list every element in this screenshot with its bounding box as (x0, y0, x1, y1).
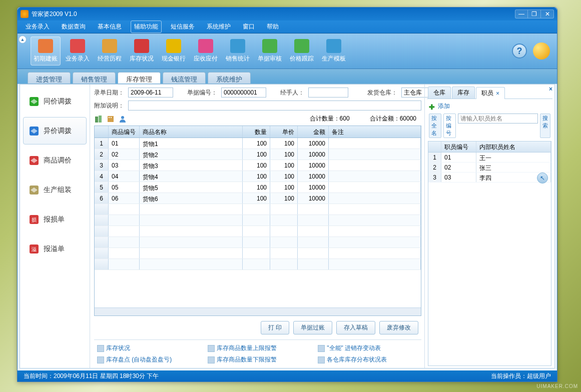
nav-商品调价[interactable]: 商品调价 (23, 146, 87, 174)
menu-系统维护[interactable]: 系统维护 (204, 21, 234, 32)
emp-row[interactable]: 202张三 (428, 162, 551, 172)
person-icon[interactable] (118, 114, 127, 124)
table-row-empty[interactable] (95, 248, 421, 259)
watermark: UIMAKER.COM (536, 384, 578, 389)
scroll-up-icon[interactable]: ↖ (537, 172, 548, 184)
emp-grid-header[interactable] (428, 142, 441, 152)
building1-icon[interactable] (94, 114, 103, 124)
filter-all-button[interactable]: 按全名 (429, 114, 441, 138)
docno-input[interactable] (221, 88, 266, 98)
svg-point-13 (121, 116, 124, 119)
product-grid[interactable]: 商品编号商品名称数量单价金额备注 101货物110010010000202货物2… (94, 126, 421, 316)
toolbtn-经营历程[interactable]: 经营历程 (95, 36, 125, 66)
help-icon[interactable]: ? (512, 44, 527, 58)
tab-close-icon[interactable]: × (496, 90, 499, 97)
side-tab-库存[interactable]: 库存 (452, 86, 475, 98)
quick-link[interactable]: 库存商品数量下限报警 (208, 356, 308, 364)
close-button[interactable]: ✕ (541, 10, 554, 18)
toolbtn-单据审核[interactable]: 单据审核 (255, 36, 285, 66)
panel-close-icon[interactable]: × (549, 86, 552, 92)
add-label[interactable]: 添加 (438, 102, 450, 110)
tab-库存管理[interactable]: 库存管理 (118, 72, 161, 84)
employee-search-input[interactable] (458, 114, 538, 124)
nav-同价调拨[interactable]: 同价调拨 (23, 88, 87, 115)
post-button[interactable]: 单据过账 (293, 321, 332, 334)
add-icon[interactable]: ✚ (429, 103, 436, 110)
discard-button[interactable]: 废弃修改 (379, 321, 418, 334)
menu-数据查询[interactable]: 数据查询 (59, 21, 89, 32)
nav-报损单[interactable]: 损报损单 (23, 206, 87, 233)
table-row-empty[interactable] (95, 259, 421, 270)
filter-code-button[interactable]: 按编号 (443, 114, 456, 138)
table-row[interactable]: 404货物410010010000 (95, 171, 421, 182)
toolbtn-价格跟踪[interactable]: 价格跟踪 (287, 36, 317, 66)
nav-报溢单[interactable]: 溢报溢单 (23, 235, 87, 262)
quick-link[interactable]: 各仓库库存分布状况表 (318, 356, 418, 364)
link-icon (208, 356, 215, 364)
table-row[interactable]: 101货物110010010000 (95, 138, 421, 149)
maximize-button[interactable]: ❐ (528, 10, 541, 18)
emp-grid-header[interactable]: 职员编号 (441, 142, 476, 152)
grid-header[interactable]: 商品名称 (140, 126, 243, 138)
collapse-toggle[interactable]: ▲ (18, 34, 28, 68)
emp-row[interactable]: 101王一 (428, 152, 551, 162)
menu-辅助功能[interactable]: 辅助功能 (131, 20, 162, 33)
side-tab-仓库[interactable]: 仓库 (428, 86, 451, 98)
grid-header[interactable]: 数量 (243, 126, 270, 138)
table-row[interactable]: 303货物310010010000 (95, 160, 421, 171)
menu-短信服务[interactable]: 短信服务 (168, 21, 198, 32)
minimize-button[interactable]: — (515, 10, 528, 18)
svg-text:溢: 溢 (32, 246, 37, 252)
quick-link[interactable]: "全能" 进销存变动表 (318, 344, 418, 352)
note-input[interactable] (128, 100, 421, 110)
tab-销售管理[interactable]: 销售管理 (73, 72, 116, 84)
table-row-empty[interactable] (95, 215, 421, 226)
toolbtn-库存状况[interactable]: 库存状况 (127, 36, 157, 66)
date-input[interactable] (128, 88, 173, 98)
grid-hscroll[interactable] (95, 308, 421, 316)
table-row[interactable]: 505货物510010010000 (95, 182, 421, 193)
grid-header[interactable]: 商品编号 (109, 126, 140, 138)
menu-业务录入[interactable]: 业务录入 (23, 21, 53, 32)
quick-link[interactable]: 库存状况 (97, 344, 198, 352)
titlebar[interactable]: 管家婆2009 V1.0 — ❐ ✕ (18, 8, 557, 20)
toolbtn-初期建账[interactable]: 初期建账 (31, 36, 61, 66)
menu-帮助[interactable]: 帮助 (264, 21, 282, 32)
table-row[interactable]: 606货物610010010000 (95, 193, 421, 204)
tab-系统维护[interactable]: 系统维护 (208, 72, 251, 84)
right-panel: × 仓库库存职员× ✚ 添加 按全名 按编号 搜索 职员编号内部职员姓名 101… (424, 84, 554, 368)
nav-异价调拨[interactable]: 异价调拨 (23, 117, 87, 144)
app-window: 管家婆2009 V1.0 — ❐ ✕ 业务录入数据查询基本信息辅助功能短信服务系… (17, 7, 557, 382)
nav-生产组装[interactable]: 生产组装 (23, 176, 87, 204)
handler-input[interactable] (308, 88, 348, 98)
orb-icon[interactable] (533, 42, 550, 60)
grid-header[interactable]: 备注 (329, 126, 421, 138)
quick-link[interactable]: 库存盘点 (自动盘盈盘亏) (97, 356, 198, 364)
side-tab-职员[interactable]: 职员× (476, 87, 505, 99)
grid-header[interactable]: 单价 (270, 126, 298, 138)
toolbtn-生产模板[interactable]: 生产模板 (319, 36, 349, 66)
menu-窗口[interactable]: 窗口 (240, 21, 258, 32)
employee-grid[interactable]: 职员编号内部职员姓名 101王一202张三303李四↖ (428, 141, 551, 366)
table-row-empty[interactable] (95, 237, 421, 248)
emp-grid-header[interactable]: 内部职员姓名 (476, 142, 551, 152)
tab-钱流管理[interactable]: 钱流管理 (163, 72, 206, 84)
grid-header[interactable] (95, 126, 109, 138)
toolbtn-销售统计[interactable]: 销售统计 (223, 36, 253, 66)
emp-row[interactable]: 303李四 (428, 172, 551, 182)
grid-header[interactable]: 金额 (298, 126, 329, 138)
table-row-empty[interactable] (95, 226, 421, 237)
toolbtn-应收应付[interactable]: 应收应付 (191, 36, 221, 66)
draft-button[interactable]: 存入草稿 (336, 321, 375, 334)
warehouse-label: 发货仓库： (367, 88, 397, 97)
print-button[interactable]: 打 印 (261, 321, 289, 334)
toolbtn-现金银行[interactable]: 现金银行 (159, 36, 189, 66)
menu-基本信息[interactable]: 基本信息 (95, 21, 125, 32)
building2-icon[interactable] (106, 114, 115, 124)
toolbtn-业务录入[interactable]: 业务录入 (63, 36, 93, 66)
quick-link[interactable]: 库存商品数量上限报警 (208, 344, 308, 352)
tab-进货管理[interactable]: 进货管理 (28, 72, 71, 84)
search-button[interactable]: 搜索 (540, 114, 550, 138)
table-row[interactable]: 202货物210010010000 (95, 149, 421, 160)
table-row-empty[interactable] (95, 204, 421, 215)
